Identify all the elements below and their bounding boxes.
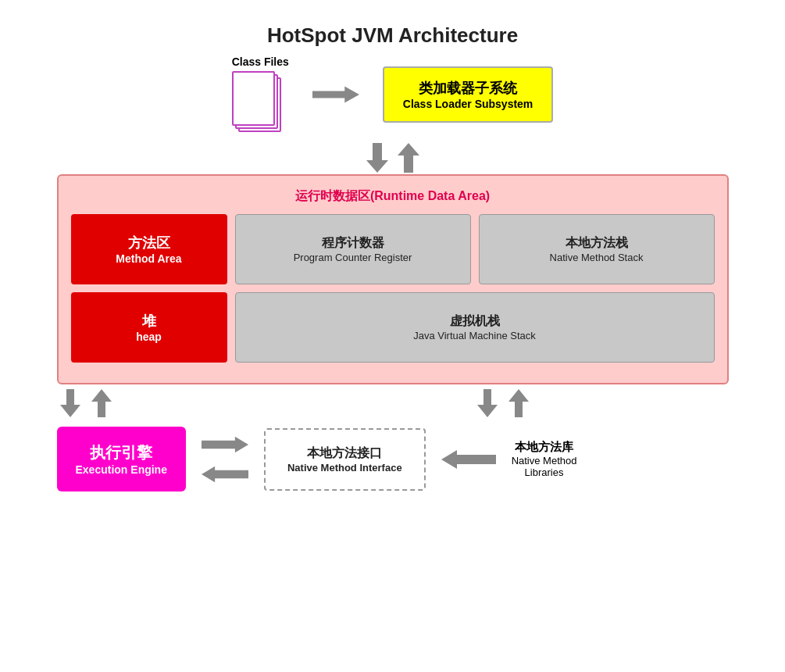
svg-marker-1 [366,143,388,173]
top-section: Class Files 类加载器子系统 Class Loader Subsyst… [31,55,754,134]
class-to-loader-arrow [312,79,359,110]
page-title: HotSpot JVM Architecture [267,23,518,48]
page-icon-front [232,71,275,126]
native-method-interface-box: 本地方法接口 Native Method Interface [264,428,426,491]
engine-to-interface-arrows [202,434,248,485]
method-area-box: 方法区 Method Area [71,214,227,284]
heap-box: 堆 heap [71,292,227,363]
svg-marker-8 [202,466,248,482]
svg-marker-0 [312,87,359,103]
native-method-interface-zh: 本地方法接口 [287,445,402,462]
svg-marker-3 [60,389,80,417]
svg-marker-2 [398,143,419,173]
jvm-stack-en: Java Virtual Machine Stack [413,330,536,341]
top-right-row: 程序计数器 Program Counter Register 本地方法栈 Nat… [235,214,715,284]
loader-to-runtime-arrows [363,143,423,173]
class-files-area: Class Files [232,55,289,134]
bottom-section: 执行引擎 Execution Engine 本地方法接口 Native Meth… [57,427,729,491]
svg-marker-9 [441,450,496,469]
class-files-icon [232,71,287,134]
method-area-en: Method Area [116,252,181,265]
svg-marker-7 [202,436,248,452]
native-method-stack-zh: 本地方法栈 [566,235,628,252]
class-loader-zh: 类加载器子系统 [403,79,533,98]
exec-engine-en: Execution Engine [76,463,167,476]
right-arrow-group [474,389,532,417]
native-method-interface-col: 本地方法接口 Native Method Interface [264,428,426,491]
exec-engine-zh: 执行引擎 [76,442,167,463]
program-counter-en: Program Counter Register [294,252,412,263]
heap-zh: 堆 [142,312,156,331]
native-libraries: 本地方法库 Native MethodLibraries [512,440,577,478]
runtime-area-label: 运行时数据区(Runtime Data Area) [71,188,715,205]
runtime-to-bottom-arrows [57,389,729,417]
native-method-interface-en: Native Method Interface [287,462,402,474]
program-counter-zh: 程序计数器 [322,235,384,252]
class-files-label: Class Files [232,55,289,68]
class-loader-en: Class Loader Subsystem [403,98,533,110]
svg-marker-6 [508,389,529,417]
class-loader-box: 类加载器子系统 Class Loader Subsystem [383,66,554,123]
execution-engine-box: 执行引擎 Execution Engine [57,427,186,491]
native-method-stack-en: Native Method Stack [550,252,644,263]
jvm-stack-box: 虚拟机栈 Java Virtual Machine Stack [235,292,715,363]
method-area-zh: 方法区 [128,234,170,252]
svg-marker-5 [477,389,498,417]
left-arrow-group [57,389,115,417]
native-libraries-zh: 本地方法库 [512,440,577,455]
program-counter-box: 程序计数器 Program Counter Register [235,214,471,284]
jvm-stack-zh: 虚拟机栈 [450,313,500,330]
native-method-stack-box: 本地方法栈 Native Method Stack [479,214,715,284]
execution-engine-col: 执行引擎 Execution Engine [57,427,186,491]
diagram-container: HotSpot JVM Architecture Class Files 类加载… [0,0,785,672]
native-libraries-en: Native MethodLibraries [512,455,577,478]
runtime-data-area: 运行时数据区(Runtime Data Area) 方法区 Method Are… [57,174,729,384]
libs-to-interface-arrow [441,449,496,470]
svg-marker-4 [91,389,112,417]
heap-en: heap [136,331,162,343]
runtime-grid: 方法区 Method Area 堆 heap 程序计数器 Program Cou… [71,214,715,370]
